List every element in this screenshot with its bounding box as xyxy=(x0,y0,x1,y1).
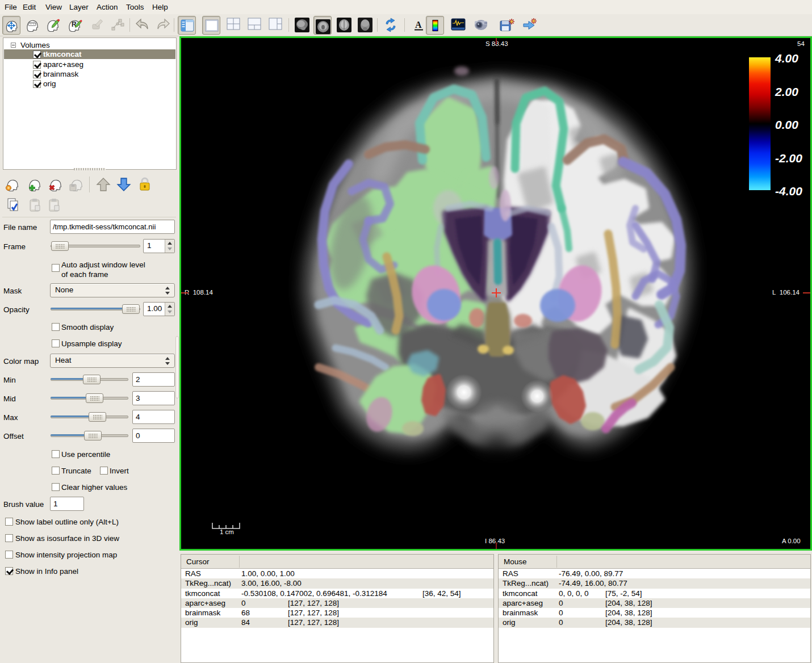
svg-text:A: A xyxy=(415,20,422,30)
